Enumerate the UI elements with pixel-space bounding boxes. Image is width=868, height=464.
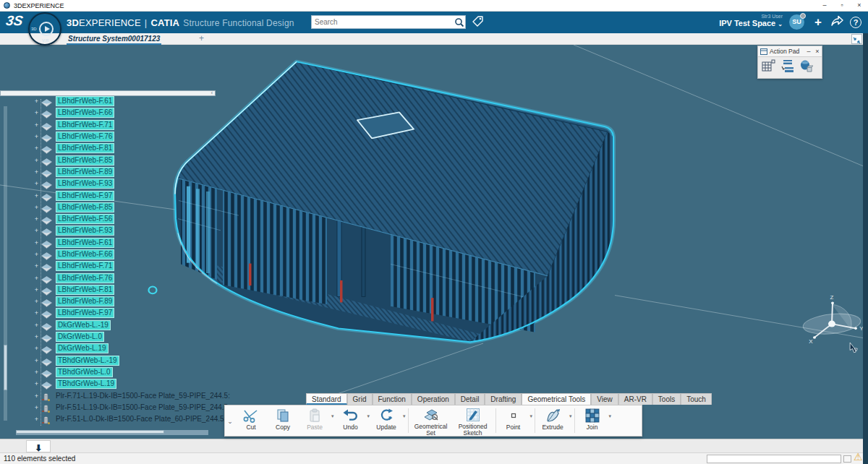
tree-item-label[interactable]: LBhdFrWeb-F.66 xyxy=(56,249,114,259)
expand-plus-icon[interactable]: + xyxy=(32,262,41,270)
point-button[interactable]: Point xyxy=(498,405,529,436)
dropdown-arrow-icon[interactable]: ▾ xyxy=(569,413,573,419)
tree-item-label[interactable]: LBhdFrWeb-F.81 xyxy=(56,143,114,153)
toolbar-tab-geometrical-tools[interactable]: Geometrical Tools xyxy=(522,393,591,405)
expand-plus-icon[interactable]: + xyxy=(32,275,41,282)
expand-plus-icon[interactable]: + xyxy=(32,286,41,293)
action-pad-close-icon[interactable]: × xyxy=(813,46,822,56)
expand-plus-icon[interactable]: + xyxy=(32,192,41,199)
tree-item-label[interactable]: LBhdFrWeb-F.89 xyxy=(56,167,114,177)
help-icon[interactable]: ? xyxy=(848,14,864,31)
tree-item-label[interactable]: LBhdFrWeb-F.66 xyxy=(56,108,114,118)
paste-button[interactable]: Paste xyxy=(299,405,331,436)
workspace-switcher[interactable]: Str3 User IPV Test Space ⌄ xyxy=(719,12,783,33)
tree-item-label[interactable]: LBhdFrWeb-F.56 xyxy=(56,214,114,224)
tree-item-label[interactable]: DkGrWeb-L.-19 xyxy=(56,320,111,330)
expand-plus-icon[interactable]: + xyxy=(32,133,41,140)
expand-plus-icon[interactable]: + xyxy=(32,404,41,411)
tree-item-label[interactable]: LBhdFrWeb-F.93 xyxy=(56,179,114,189)
dropdown-arrow-icon[interactable]: ▾ xyxy=(402,413,407,419)
warning-icon[interactable]: ⚠ xyxy=(854,451,863,463)
expand-plus-icon[interactable]: + xyxy=(32,109,41,116)
search-icon[interactable] xyxy=(454,17,465,28)
minimize-icon[interactable]: – xyxy=(816,0,833,11)
tree-item-label[interactable]: LBhdFrWeb-F.61 xyxy=(56,238,114,248)
toolbar-tab-view[interactable]: View xyxy=(591,393,618,405)
toolbar-tab-function[interactable]: Function xyxy=(373,393,412,405)
tree-item-label[interactable]: LBhdFrWeb-F.85 xyxy=(56,155,114,166)
expand-plus-icon[interactable]: + xyxy=(32,322,41,329)
tree-item-label[interactable]: DkGrWeb-L.0 xyxy=(56,332,104,342)
toolbar-tab-tools[interactable]: Tools xyxy=(652,393,681,405)
tree-item-label[interactable]: TBhdGrWeb-L.0 xyxy=(56,367,113,377)
new-tab-button[interactable]: + xyxy=(199,33,204,44)
positioned-sketch-button[interactable]: Positioned Sketch xyxy=(452,405,494,436)
toolbar-tab-touch[interactable]: Touch xyxy=(681,393,712,405)
copy-button[interactable]: Copy xyxy=(267,405,299,436)
tree-scrollbar-top[interactable]: ‹ xyxy=(0,90,216,96)
action-pad-minimize-icon[interactable]: – xyxy=(804,46,813,56)
expand-plus-icon[interactable]: + xyxy=(32,204,41,211)
expand-plus-icon[interactable]: + xyxy=(32,145,41,152)
add-content-button[interactable]: + xyxy=(810,14,826,31)
toolbar-tab-detail[interactable]: Detail xyxy=(455,393,485,405)
expand-plus-icon[interactable]: + xyxy=(32,357,41,364)
toolbar-tab-ar-vr[interactable]: AR-VR xyxy=(618,393,652,405)
tree-item-label[interactable]: TBhdGrWeb-L.19 xyxy=(56,379,116,389)
tree-item-label[interactable]: Plr-F.51-L.0-Dk-IB=1500-Face Plate_60-PI… xyxy=(56,415,228,424)
tag-icon[interactable] xyxy=(472,15,485,28)
expand-plus-icon[interactable]: + xyxy=(32,98,41,105)
tree-item-label[interactable]: LBhdFrWeb-F.93 xyxy=(56,225,114,236)
expand-plus-icon[interactable]: + xyxy=(32,168,41,176)
expand-plus-icon[interactable]: + xyxy=(32,309,41,317)
dropdown-arrow-icon[interactable]: ▾ xyxy=(529,413,534,419)
tree-item-label[interactable]: LBhdFrWeb-F.71 xyxy=(56,120,114,130)
grid-tools-icon[interactable] xyxy=(762,59,776,74)
command-options-icon[interactable] xyxy=(843,455,851,463)
avatar[interactable]: SU xyxy=(789,14,804,30)
cut-button[interactable]: Cut xyxy=(235,405,267,436)
close-icon[interactable]: × xyxy=(851,0,868,11)
compass-button[interactable]: 3D V.R xyxy=(28,12,61,46)
expand-plus-icon[interactable]: + xyxy=(32,157,41,164)
expand-plus-icon[interactable]: + xyxy=(32,180,41,187)
expand-plus-icon[interactable]: + xyxy=(32,239,41,246)
table-tools-icon[interactable] xyxy=(780,59,795,74)
toolbar-tab-standard[interactable]: Standard xyxy=(306,393,347,405)
tree-horizontal-scrollbar[interactable] xyxy=(16,430,208,435)
dropdown-arrow-icon[interactable]: ▾ xyxy=(608,413,613,419)
toolbar-collapse-icon[interactable]: ⌄ xyxy=(225,405,235,436)
expand-plus-icon[interactable]: + xyxy=(32,227,41,234)
toolbar-tab-grid[interactable]: Grid xyxy=(347,393,373,405)
toolbar-tab-drafting[interactable]: Drafting xyxy=(485,393,522,405)
undo-button[interactable]: Undo xyxy=(335,405,367,436)
document-tab[interactable]: Structure System00017123 xyxy=(67,33,161,45)
tree-vertical-scrollbar[interactable] xyxy=(4,106,7,421)
update-button[interactable]: Update xyxy=(370,405,402,436)
expand-plus-icon[interactable]: + xyxy=(32,392,41,400)
maximize-icon[interactable]: ▫ xyxy=(833,0,851,11)
axis-triad[interactable]: Z X Y xyxy=(801,294,863,345)
tree-item-label[interactable]: Plr-F.71-L.19-Dk-IB=1500-Face Plate_59-P… xyxy=(56,392,230,400)
expand-plus-icon[interactable]: + xyxy=(32,215,41,223)
tree-item-label[interactable]: Plr-F.51-L.19-Dk-IB=1500-Face Plate_59-P… xyxy=(56,403,230,412)
expand-plus-icon[interactable]: + xyxy=(32,121,41,129)
toolbar-tab-operation[interactable]: Operation xyxy=(412,393,455,405)
tree-item-label[interactable]: LBhdFrWeb-F.85 xyxy=(56,202,114,212)
ship-block-model[interactable] xyxy=(175,61,613,342)
expand-plus-icon[interactable]: + xyxy=(32,380,41,387)
solid-tools-icon[interactable] xyxy=(799,59,814,74)
geometrical-set-button[interactable]: Geometrical Set xyxy=(410,405,452,436)
extrude-button[interactable]: Extrude xyxy=(537,405,569,436)
tree-item-label[interactable]: LBhdFrWeb-F.76 xyxy=(56,132,114,142)
collapse-viewport-icon[interactable] xyxy=(851,34,862,44)
tree-item-label[interactable]: LBhdFrWeb-F.61 xyxy=(56,96,114,106)
expand-plus-icon[interactable]: + xyxy=(32,416,41,423)
expand-plus-icon[interactable]: + xyxy=(32,298,41,305)
expand-plus-icon[interactable]: + xyxy=(32,345,41,352)
tree-item-label[interactable]: TBhdGrWeb-L.-19 xyxy=(56,356,119,366)
expand-plus-icon[interactable]: + xyxy=(32,333,41,340)
3d-viewport[interactable]: Z X Y ‹ +LBhdFrWeb-F.61+LBhdFrWeb-F.66+L… xyxy=(0,45,868,439)
tree-item-label[interactable]: LBhdFrWeb-F.81 xyxy=(56,285,114,295)
share-icon[interactable] xyxy=(829,14,845,31)
